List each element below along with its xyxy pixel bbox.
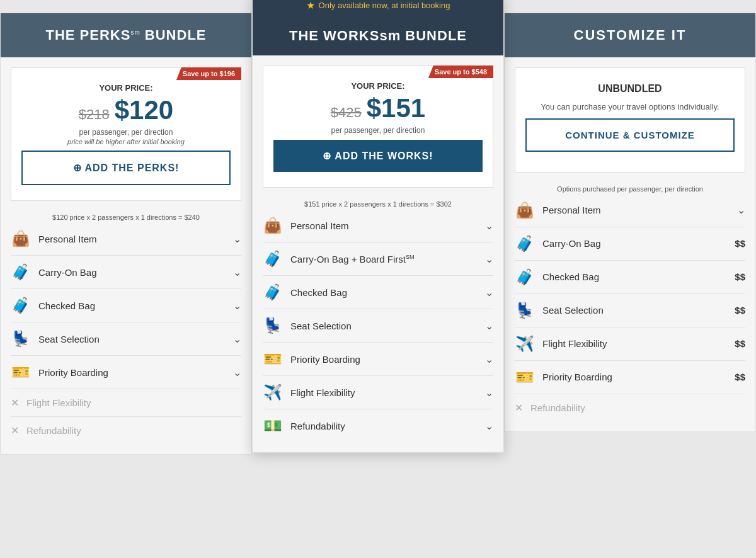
works-current-price: $151: [367, 93, 425, 123]
chevron-down-icon: ⌄: [233, 266, 241, 278]
customize-features-list: 👜 Personal Item ⌄ 🧳 Carry-On Bag $$ 🧳 Ch…: [505, 194, 755, 431]
perks-price-note: price will be higher after initial booki…: [21, 138, 231, 145]
customize-feature-refundability: ✕ Refundability: [515, 394, 745, 421]
perks-feature-refundability: ✕ Refundability: [11, 417, 241, 444]
perks-feature-flexibility: ✕ Flight Flexibility: [11, 389, 241, 417]
works-feature-flexibility[interactable]: ✈️ Flight Flexibility ⌄: [263, 376, 493, 409]
perks-original-price: $218: [79, 106, 110, 123]
seat-cost: $$: [735, 305, 745, 316]
chevron-down-icon: ⌄: [485, 320, 493, 332]
perks-column: THE PERKSsm BUNDLE Save up to $196 YOUR …: [0, 13, 252, 455]
priority-icon: 🎫: [11, 363, 31, 381]
chevron-down-icon: ⌄: [233, 333, 241, 345]
unbundled-desc: You can purchase your travel options ind…: [525, 101, 735, 113]
works-feature-checked-bag[interactable]: 🧳 Checked Bag ⌄: [263, 276, 493, 309]
customize-options-note: Options purchased per passenger, per dir…: [505, 183, 755, 194]
customize-header: CUSTOMIZE IT: [505, 13, 755, 57]
checked-bag-cost: $$: [735, 271, 745, 282]
customize-feature-personal-item[interactable]: 👜 Personal Item ⌄: [515, 194, 745, 227]
seat-icon: 💺: [263, 317, 283, 334]
continue-customize-button[interactable]: CONTINUE & CUSTOMIZE: [525, 118, 735, 152]
works-column: ★ Only available now, at initial booking…: [252, 0, 504, 453]
works-header: THE WORKSsm BUNDLE: [253, 16, 503, 55]
carryon-icon: 🧳: [11, 263, 31, 281]
refundability-icon: 💵: [263, 417, 283, 435]
x-mark-icon: ✕: [11, 397, 19, 409]
perks-carryon-label: Carry-On Bag: [38, 267, 97, 278]
perks-priority-label: Priority Boarding: [38, 367, 108, 378]
chevron-down-icon: ⌄: [233, 367, 241, 379]
perks-price-formula: $120 price x 2 passengers x 1 directions…: [1, 211, 251, 222]
pricing-container: THE PERKSsm BUNDLE Save up to $196 YOUR …: [0, 13, 756, 455]
works-title: THE WORKS: [289, 28, 379, 43]
carryon-icon: 🧳: [263, 250, 283, 268]
customize-priority-label: Priority Boarding: [542, 372, 612, 382]
personal-item-icon: 👜: [263, 217, 283, 234]
perks-refundability-label: Refundability: [26, 425, 81, 436]
x-mark-icon: ✕: [11, 424, 19, 436]
perks-feature-priority[interactable]: 🎫 Priority Boarding ⌄: [11, 356, 241, 389]
works-sm: sm: [379, 28, 401, 43]
perks-feature-checked-bag[interactable]: 🧳 Checked Bag ⌄: [11, 289, 241, 322]
personal-item-icon: 👜: [515, 202, 535, 219]
personal-item-icon: 👜: [11, 230, 31, 248]
carryon-cost: $$: [735, 238, 745, 249]
perks-price-row: $218 $120: [21, 95, 231, 125]
checked-bag-icon: 🧳: [263, 283, 283, 301]
chevron-down-icon: ⌄: [485, 220, 493, 232]
chevron-down-icon: ⌄: [737, 204, 745, 216]
works-save-badge: Save up to $548: [428, 65, 493, 78]
perks-save-badge: Save up to $196: [176, 67, 241, 80]
works-flexibility-label: Flight Flexibility: [290, 387, 355, 398]
chevron-down-icon: ⌄: [485, 420, 493, 432]
works-features-list: 👜 Personal Item ⌄ 🧳 Carry-On Bag + Board…: [253, 209, 503, 452]
customize-feature-carryon: 🧳 Carry-On Bag $$: [515, 227, 745, 261]
customize-refundability-label: Refundability: [530, 402, 585, 413]
add-perks-button[interactable]: ⊕ ADD THE PERKS!: [21, 151, 231, 185]
perks-checked-bag-label: Checked Bag: [38, 300, 95, 311]
chevron-down-icon: ⌄: [485, 287, 493, 299]
works-per-pax: per passenger, per direction: [273, 126, 483, 135]
checked-bag-icon: 🧳: [11, 297, 31, 314]
checked-bag-icon: 🧳: [515, 268, 535, 286]
works-price-row: $425 $151: [273, 93, 483, 123]
works-feature-priority[interactable]: 🎫 Priority Boarding ⌄: [263, 343, 493, 376]
perks-per-pax: per passenger, per direction: [21, 128, 231, 137]
chevron-down-icon: ⌄: [485, 387, 493, 399]
customize-price-section: UNBUNDLED You can purchase your travel o…: [515, 67, 745, 173]
customize-personal-item-label: Personal Item: [542, 205, 601, 215]
works-feature-refundability[interactable]: 💵 Refundability ⌄: [263, 409, 493, 442]
customize-checked-bag-label: Checked Bag: [542, 271, 599, 282]
customize-feature-seat: 💺 Seat Selection $$: [515, 294, 745, 327]
works-priority-label: Priority Boarding: [290, 354, 360, 365]
works-original-price: $425: [331, 105, 362, 121]
works-seat-label: Seat Selection: [290, 321, 352, 331]
works-checked-bag-label: Checked Bag: [290, 287, 347, 298]
customize-carryon-label: Carry-On Bag: [542, 238, 601, 249]
perks-feature-carryon[interactable]: 🧳 Carry-On Bag ⌄: [11, 256, 241, 289]
works-feature-carryon[interactable]: 🧳 Carry-On Bag + Board FirstSM ⌄: [263, 242, 493, 276]
chevron-down-icon: ⌄: [485, 353, 493, 365]
works-personal-item-label: Personal Item: [290, 220, 349, 231]
works-price-section: Save up to $548 YOUR PRICE: $425 $151 pe…: [263, 65, 493, 188]
works-refundability-label: Refundability: [290, 421, 345, 431]
customize-column: CUSTOMIZE IT UNBUNDLED You can purchase …: [504, 13, 756, 432]
add-works-button[interactable]: ⊕ ADD THE WORKS!: [273, 140, 483, 172]
star-icon: ★: [306, 0, 315, 11]
perks-feature-seat[interactable]: 💺 Seat Selection ⌄: [11, 322, 241, 356]
works-feature-personal-item[interactable]: 👜 Personal Item ⌄: [263, 209, 493, 242]
customize-seat-label: Seat Selection: [542, 305, 604, 316]
perks-sm: sm: [130, 29, 140, 36]
perks-seat-label: Seat Selection: [38, 334, 100, 344]
works-your-price-label: YOUR PRICE:: [273, 81, 483, 91]
perks-personal-item-label: Personal Item: [38, 234, 97, 244]
perks-title: THE PERKS: [45, 27, 130, 43]
priority-cost: $$: [735, 372, 745, 382]
works-feature-seat[interactable]: 💺 Seat Selection ⌄: [263, 309, 493, 343]
perks-current-price: $120: [115, 95, 173, 125]
works-banner-text: Only available now, at initial booking: [319, 1, 450, 10]
flexibility-icon: ✈️: [263, 384, 283, 401]
perks-feature-personal-item[interactable]: 👜 Personal Item ⌄: [11, 222, 241, 256]
flexibility-icon: ✈️: [515, 335, 535, 353]
flexibility-cost: $$: [735, 338, 745, 349]
